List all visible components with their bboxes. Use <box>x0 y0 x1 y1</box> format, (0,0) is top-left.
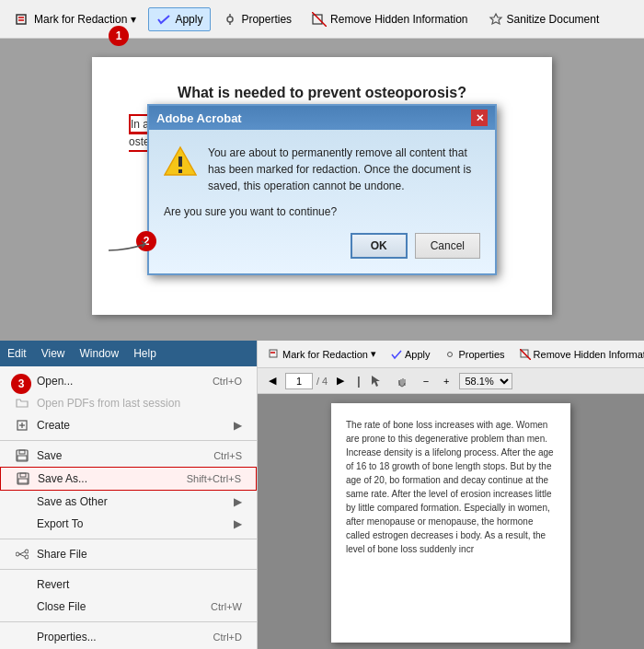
menu-item-close[interactable]: Close File Ctrl+W <box>0 596 257 618</box>
arrow-indicator <box>109 237 155 255</box>
menu-item-save-other[interactable]: Save as Other ▶ <box>0 491 257 513</box>
menu-panel: Edit View Window Help 3 Open... Ctrl+O <box>0 341 258 649</box>
hand-icon <box>396 375 408 388</box>
menu-item-open-session[interactable]: Open PDFs from last session <box>0 392 257 414</box>
remove-hidden-icon <box>312 12 327 27</box>
document-area: What is needed to prevent osteoporosis? … <box>0 39 644 341</box>
ok-button[interactable]: OK <box>351 233 408 259</box>
bottom-toolbar: Mark for Redaction ▾ Apply Properties Re… <box>258 341 644 368</box>
total-pages: / 4 <box>316 376 328 387</box>
zoom-in-btn[interactable]: + <box>438 374 454 388</box>
menu-item-save-as[interactable]: Save As... Shift+Ctrl+S <box>0 467 257 491</box>
menu-window[interactable]: Window <box>79 347 119 360</box>
svg-rect-27 <box>270 350 277 357</box>
dialog-close-button[interactable]: ✕ <box>471 110 488 126</box>
menu-item-create[interactable]: Create ▶ <box>0 414 257 436</box>
bottom-remove-icon <box>520 349 531 360</box>
menu-edit[interactable]: Edit <box>7 347 27 360</box>
bottom-properties-btn[interactable]: Properties <box>439 347 510 362</box>
svg-point-21 <box>16 552 19 556</box>
bottom-doc-page: The rate of bone loss increases with age… <box>331 403 570 643</box>
apply-icon <box>156 12 171 27</box>
warning-icon <box>164 145 197 178</box>
dialog-titlebar: Adobe Acrobat ✕ <box>149 106 495 130</box>
sanitize-button[interactable]: Sanitize Document <box>480 7 608 31</box>
cursor-tool-btn[interactable] <box>364 373 386 389</box>
svg-rect-19 <box>18 479 28 483</box>
dialog-title: Adobe Acrobat <box>156 111 242 125</box>
prev-page-btn[interactable]: ◀ <box>263 373 282 388</box>
bottom-apply-btn[interactable]: Apply <box>385 347 436 362</box>
sanitize-icon <box>489 12 503 27</box>
svg-point-20 <box>25 550 29 553</box>
main-toolbar: Mark for Redaction ▾ 1 Apply Properties <box>0 0 644 39</box>
cursor-icon <box>370 375 381 388</box>
top-section: Mark for Redaction ▾ 1 Apply Properties <box>0 0 644 341</box>
menu-item-export[interactable]: Export To ▶ <box>0 513 257 535</box>
next-page-btn[interactable]: ▶ <box>331 373 350 388</box>
dialog-confirm-text: Are you sure you want to continue? <box>164 205 480 218</box>
doc-content-area: The rate of bone loss increases with age… <box>258 394 644 649</box>
dialog-overlay: Adobe Acrobat ✕ You are about to permane… <box>0 39 644 341</box>
svg-line-31 <box>520 349 531 360</box>
bottom-doc-text: The rate of bone loss increases with age… <box>346 418 556 556</box>
bottom-section: Edit View Window Help 3 Open... Ctrl+O <box>0 341 644 649</box>
bottom-apply-icon <box>391 349 402 360</box>
svg-rect-10 <box>178 169 182 173</box>
bottom-properties-icon <box>444 349 455 360</box>
svg-rect-0 <box>17 15 26 24</box>
nav-toolbar: ◀ / 4 ▶ | − + 58.1% <box>258 368 644 394</box>
menu-item-save[interactable]: Save Ctrl+S <box>0 445 257 467</box>
separator-4 <box>0 621 257 622</box>
hand-tool-btn[interactable] <box>390 373 414 389</box>
step-badge-3: 3 <box>11 374 31 394</box>
menu-help[interactable]: Help <box>133 347 156 360</box>
adobe-acrobat-dialog: Adobe Acrobat ✕ You are about to permane… <box>147 104 497 275</box>
svg-line-24 <box>19 554 25 557</box>
remove-hidden-button[interactable]: Remove Hidden Information <box>304 7 476 31</box>
dialog-message-text: You are about to permanently remove all … <box>208 145 480 194</box>
svg-rect-15 <box>19 450 25 454</box>
menu-item-properties[interactable]: Properties... Ctrl+D <box>0 626 257 648</box>
svg-point-29 <box>448 352 453 356</box>
menu-top-bar: Edit View Window Help <box>0 341 257 366</box>
mark-redaction-icon <box>16 12 30 27</box>
separator-3 <box>0 569 257 570</box>
cancel-button[interactable]: Cancel <box>415 233 480 259</box>
apply-button[interactable]: Apply <box>148 7 211 31</box>
zoom-select[interactable]: 58.1% <box>459 373 512 389</box>
save-icon <box>15 448 29 463</box>
menu-items-list: Open... Ctrl+O Open PDFs from last sessi… <box>0 366 257 649</box>
dialog-buttons: 2 OK Cancel <box>164 233 480 259</box>
svg-point-3 <box>227 17 233 22</box>
save-as-icon <box>16 471 30 486</box>
properties-button[interactable]: Properties <box>214 7 300 31</box>
bottom-mark-icon <box>269 349 280 360</box>
folder-session-icon <box>15 396 29 411</box>
menu-item-revert[interactable]: Revert <box>0 574 257 596</box>
bottom-remove-hidden-btn[interactable]: Remove Hidden Information <box>514 347 644 362</box>
svg-line-7 <box>312 12 327 27</box>
svg-rect-9 <box>178 156 182 167</box>
svg-rect-16 <box>17 456 27 460</box>
separator-2 <box>0 539 257 539</box>
right-content: Mark for Redaction ▾ Apply Properties Re… <box>258 341 644 649</box>
zoom-out-btn[interactable]: − <box>418 374 434 388</box>
page-number-input[interactable] <box>285 373 313 389</box>
menu-item-share[interactable]: Share File <box>0 543 257 565</box>
menu-view[interactable]: View <box>41 347 65 360</box>
create-icon <box>15 418 29 433</box>
properties-icon <box>223 12 237 27</box>
bottom-mark-redaction-btn[interactable]: Mark for Redaction ▾ <box>263 346 382 362</box>
dialog-body: You are about to permanently remove all … <box>149 130 495 273</box>
separator-1 <box>0 440 257 441</box>
menu-item-open[interactable]: Open... Ctrl+O <box>0 370 257 392</box>
svg-line-23 <box>19 552 25 555</box>
share-icon <box>15 547 29 562</box>
svg-point-22 <box>25 555 29 559</box>
svg-rect-6 <box>313 15 322 24</box>
dialog-message-row: You are about to permanently remove all … <box>164 145 480 194</box>
